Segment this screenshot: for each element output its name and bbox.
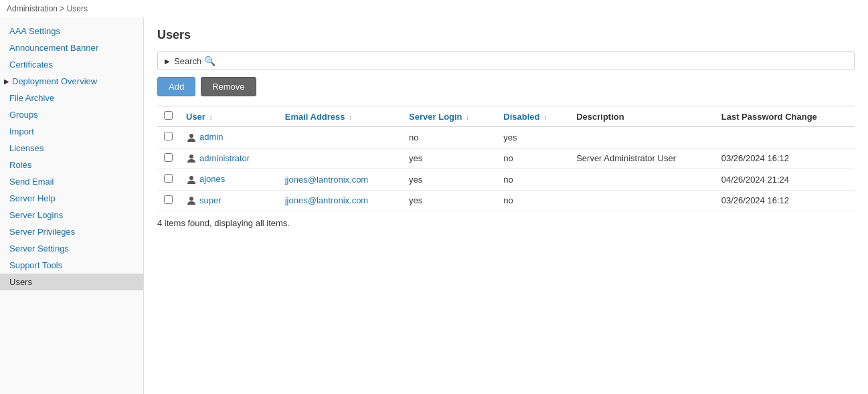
sidebar-item-groups[interactable]: Groups bbox=[0, 106, 143, 123]
sidebar-item-roles[interactable]: Roles bbox=[0, 157, 143, 173]
col-disabled[interactable]: Disabled ↕ bbox=[497, 106, 570, 127]
row-checkbox-2[interactable] bbox=[164, 174, 173, 183]
user-link[interactable]: ajones bbox=[199, 174, 225, 184]
sidebar-item-label: Deployment Overview bbox=[12, 76, 97, 86]
col-description: Description bbox=[570, 106, 715, 127]
col-email-label: Email Address bbox=[285, 112, 345, 122]
sidebar-arrow-icon: ▶ bbox=[4, 78, 9, 85]
search-bar[interactable]: ▶ Search 🔍 bbox=[157, 52, 855, 70]
col-last-password-label: Last Password Change bbox=[721, 112, 817, 122]
server-login-value: yes bbox=[402, 190, 497, 211]
search-icon: 🔍 bbox=[204, 56, 215, 66]
sidebar-item-label: Server Help bbox=[9, 193, 56, 203]
sidebar-item-label: Roles bbox=[9, 160, 31, 170]
sidebar-item-users[interactable]: Users bbox=[0, 274, 143, 290]
email-link[interactable]: jjones@lantronix.com bbox=[285, 175, 368, 185]
col-disabled-label: Disabled bbox=[503, 112, 539, 122]
col-disabled-sort-icon: ↕ bbox=[543, 114, 547, 121]
search-label: Search bbox=[174, 56, 201, 66]
sidebar-item-label: Announcement Banner bbox=[9, 43, 98, 53]
svg-point-3 bbox=[189, 197, 193, 201]
user-avatar-icon bbox=[186, 175, 197, 185]
row-checkbox-1[interactable] bbox=[164, 153, 173, 162]
sidebar-item-import[interactable]: Import bbox=[0, 123, 143, 140]
svg-point-2 bbox=[189, 176, 193, 180]
sidebar-item-label: Support Tools bbox=[9, 260, 62, 270]
email-link[interactable]: jjones@lantronix.com bbox=[285, 195, 368, 205]
disabled-value: no bbox=[497, 169, 570, 191]
user-link[interactable]: admin bbox=[199, 132, 223, 142]
sidebar-item-label: Server Privileges bbox=[9, 227, 75, 237]
sidebar-item-send-email[interactable]: Send Email bbox=[0, 173, 143, 190]
disabled-value: no bbox=[497, 148, 570, 169]
add-button[interactable]: Add bbox=[157, 77, 195, 96]
sidebar-item-label: Certificates bbox=[9, 60, 53, 70]
svg-point-1 bbox=[189, 155, 193, 159]
page-title: Users bbox=[157, 28, 855, 42]
description-value bbox=[570, 190, 715, 211]
col-last-password: Last Password Change bbox=[715, 106, 855, 127]
table-row: ajonesjjones@lantronix.comyesno04/26/202… bbox=[157, 169, 855, 191]
action-buttons: Add Remove bbox=[157, 77, 855, 96]
col-server-login-label: Server Login bbox=[409, 112, 462, 122]
last-password-change-value bbox=[715, 127, 855, 149]
sidebar-item-label: Server Settings bbox=[9, 243, 69, 254]
sidebar-item-label: Send Email bbox=[9, 177, 54, 187]
svg-point-0 bbox=[189, 134, 193, 138]
sidebar-item-deployment-overview[interactable]: ▶Deployment Overview bbox=[0, 73, 143, 90]
user-avatar-icon bbox=[186, 132, 197, 143]
description-value bbox=[570, 169, 715, 191]
table-row: administratoryesnoServer Administrator U… bbox=[157, 148, 855, 169]
sidebar-item-label: AAA Settings bbox=[9, 26, 60, 36]
users-table: User ↕ Email Address ↕ Server Login ↕ Di… bbox=[157, 106, 855, 211]
col-user-sort-icon: ↕ bbox=[209, 114, 213, 121]
col-user[interactable]: User ↕ bbox=[179, 106, 278, 127]
user-link[interactable]: administrator bbox=[199, 153, 250, 163]
row-checkbox-0[interactable] bbox=[164, 132, 173, 140]
main-content: Users ▶ Search 🔍 Add Remove User ↕ bbox=[144, 17, 868, 394]
sidebar-item-support-tools[interactable]: Support Tools bbox=[0, 257, 143, 274]
disabled-value: no bbox=[497, 190, 570, 211]
user-avatar-icon bbox=[186, 153, 197, 164]
sidebar-item-label: Import bbox=[9, 126, 34, 136]
select-all-checkbox[interactable] bbox=[164, 111, 173, 120]
last-password-change-value: 03/26/2024 16:12 bbox=[715, 190, 855, 211]
sidebar-item-server-settings[interactable]: Server Settings bbox=[0, 240, 143, 257]
user-link[interactable]: super bbox=[199, 195, 222, 205]
search-expand-arrow: ▶ bbox=[165, 58, 170, 65]
sidebar-item-label: Licenses bbox=[9, 143, 44, 153]
remove-button[interactable]: Remove bbox=[201, 77, 256, 96]
col-email[interactable]: Email Address ↕ bbox=[278, 106, 402, 127]
sidebar-item-server-privileges[interactable]: Server Privileges bbox=[0, 223, 143, 240]
disabled-value: yes bbox=[497, 127, 570, 149]
server-login-value: yes bbox=[402, 169, 497, 191]
server-login-value: no bbox=[402, 127, 497, 149]
col-server-login-sort-icon: ↕ bbox=[466, 114, 469, 121]
row-checkbox-3[interactable] bbox=[164, 195, 173, 204]
sidebar-item-label: Users bbox=[9, 277, 32, 287]
breadcrumb: Administration > Users bbox=[0, 0, 868, 17]
description-value: Server Administrator User bbox=[570, 148, 715, 169]
table-row: adminnoyes bbox=[157, 127, 855, 149]
description-value bbox=[570, 127, 715, 149]
sidebar-item-server-logins[interactable]: Server Logins bbox=[0, 207, 143, 223]
sidebar-item-file-archive[interactable]: File Archive bbox=[0, 90, 143, 106]
server-login-value: yes bbox=[402, 148, 497, 169]
sidebar-item-certificates[interactable]: Certificates bbox=[0, 56, 143, 73]
sidebar: AAA SettingsAnnouncement BannerCertifica… bbox=[0, 17, 144, 394]
sidebar-item-server-help[interactable]: Server Help bbox=[0, 190, 143, 207]
last-password-change-value: 03/26/2024 16:12 bbox=[715, 148, 855, 169]
items-found: 4 items found, displaying all items. bbox=[157, 218, 855, 228]
last-password-change-value: 04/26/2024 21:24 bbox=[715, 169, 855, 191]
col-description-label: Description bbox=[576, 112, 624, 122]
sidebar-item-label: Groups bbox=[9, 110, 38, 120]
sidebar-item-aaa-settings[interactable]: AAA Settings bbox=[0, 23, 143, 39]
sidebar-item-label: File Archive bbox=[9, 93, 54, 103]
select-all-header bbox=[157, 106, 179, 127]
col-user-label: User bbox=[186, 112, 205, 122]
sidebar-item-announcement-banner[interactable]: Announcement Banner bbox=[0, 39, 143, 56]
col-email-sort-icon: ↕ bbox=[349, 114, 352, 121]
sidebar-item-licenses[interactable]: Licenses bbox=[0, 140, 143, 157]
user-avatar-icon bbox=[186, 195, 197, 206]
col-server-login[interactable]: Server Login ↕ bbox=[402, 106, 497, 127]
